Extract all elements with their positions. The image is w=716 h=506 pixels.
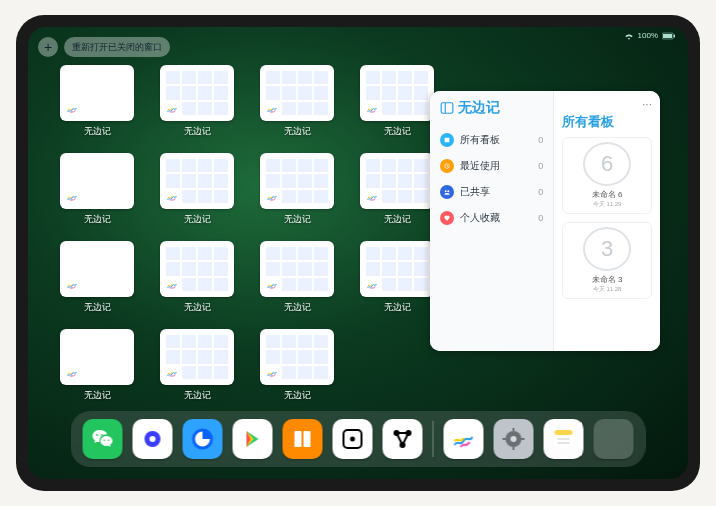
window-caption: 无边记: [284, 301, 311, 314]
ipad-frame: 100% + 重新打开已关闭的窗口 无边记无边记无边记无边记无边记无边记无边记无…: [16, 15, 700, 491]
window-caption: 无边记: [384, 301, 411, 314]
window-caption: 无边记: [284, 125, 311, 138]
category-count: 0: [538, 187, 543, 197]
window-tile[interactable]: 无边记: [256, 241, 338, 321]
freeform-app-icon: [64, 277, 80, 293]
window-thumb-blank: [60, 153, 134, 209]
window-tile[interactable]: 无边记: [256, 329, 338, 409]
freeform-panel: 无边记 所有看板0最近使用0已共享0个人收藏0 ··· 所有看板 6未命名 6今…: [430, 91, 660, 351]
svg-rect-1: [663, 34, 672, 38]
window-caption: 无边记: [84, 213, 111, 226]
category-label: 个人收藏: [460, 211, 500, 225]
reopen-closed-window-button[interactable]: 重新打开已关闭的窗口: [64, 37, 170, 57]
add-window-button[interactable]: +: [38, 37, 58, 57]
window-tile[interactable]: 无边记: [256, 65, 338, 145]
freeform-app-icon: [164, 365, 180, 381]
window-thumb-blank: [60, 65, 134, 121]
window-caption: 无边记: [84, 389, 111, 402]
window-thumb-calendar: [160, 153, 234, 209]
window-thumb-calendar: [160, 65, 234, 121]
category-icon: [440, 211, 454, 225]
dock-app-notes[interactable]: [544, 419, 584, 459]
window-tile[interactable]: 无边记: [56, 65, 138, 145]
freeform-app-icon: [64, 365, 80, 381]
window-tile[interactable]: 无边记: [56, 241, 138, 321]
sidebar-icon: [440, 101, 454, 115]
window-tile[interactable]: 无边记: [356, 153, 438, 233]
window-tile[interactable]: 无边记: [156, 241, 238, 321]
svg-rect-2: [674, 34, 676, 37]
freeform-app-icon: [364, 101, 380, 117]
board-sketch: 6: [583, 142, 631, 186]
dock-app-wechat[interactable]: [83, 419, 123, 459]
category-row[interactable]: 已共享0: [440, 179, 543, 205]
freeform-app-icon: [64, 189, 80, 205]
freeform-app-icon: [164, 189, 180, 205]
battery-label: 100%: [638, 31, 658, 40]
dock-recent-stack[interactable]: [594, 419, 634, 459]
svg-point-16: [350, 437, 355, 442]
svg-point-10: [150, 436, 156, 442]
window-thumb-calendar: [260, 329, 334, 385]
window-tile[interactable]: 无边记: [156, 153, 238, 233]
window-tile[interactable]: 无边记: [156, 65, 238, 145]
dock-app-books[interactable]: [283, 419, 323, 459]
freeform-app-icon: [64, 101, 80, 117]
window-tile[interactable]: 无边记: [56, 329, 138, 409]
window-tile[interactable]: 无边记: [56, 153, 138, 233]
dock: [71, 411, 646, 467]
window-thumb-calendar: [360, 241, 434, 297]
board-label: 未命名 6: [592, 189, 623, 200]
board-card[interactable]: 3未命名 3今天 11:28: [562, 222, 652, 299]
svg-rect-3: [441, 103, 453, 114]
dock-app-freeform[interactable]: [444, 419, 484, 459]
category-label: 最近使用: [460, 159, 500, 173]
wifi-icon: [624, 32, 634, 40]
window-tile[interactable]: 无边记: [156, 329, 238, 409]
freeform-app-icon: [364, 277, 380, 293]
freeform-app-icon: [164, 277, 180, 293]
dock-app-qqbrowser[interactable]: [183, 419, 223, 459]
category-row[interactable]: 所有看板0: [440, 127, 543, 153]
dock-app-quark[interactable]: [133, 419, 173, 459]
board-card[interactable]: 6未命名 6今天 11:29: [562, 137, 652, 214]
window-tile[interactable]: 无边记: [256, 153, 338, 233]
category-row[interactable]: 最近使用0: [440, 153, 543, 179]
freeform-app-icon: [264, 189, 280, 205]
dock-app-dice[interactable]: [333, 419, 373, 459]
window-thumb-blank: [60, 241, 134, 297]
dock-app-play[interactable]: [233, 419, 273, 459]
window-caption: 无边记: [184, 125, 211, 138]
svg-rect-13: [295, 431, 302, 447]
app-switcher-grid: 无边记无边记无边记无边记无边记无边记无边记无边记无边记无边记无边记无边记无边记无…: [56, 65, 446, 409]
window-caption: 无边记: [284, 213, 311, 226]
board-label: 未命名 3: [592, 274, 623, 285]
category-label: 所有看板: [460, 133, 500, 147]
category-row[interactable]: 个人收藏0: [440, 205, 543, 231]
window-caption: 无边记: [84, 125, 111, 138]
window-thumb-calendar: [160, 241, 234, 297]
freeform-app-icon: [164, 101, 180, 117]
freeform-app-icon: [264, 365, 280, 381]
window-tile[interactable]: 无边记: [356, 241, 438, 321]
category-label: 已共享: [460, 185, 490, 199]
category-count: 0: [538, 135, 543, 145]
more-button[interactable]: ···: [642, 97, 652, 111]
board-sketch: 3: [583, 227, 631, 271]
window-thumb-calendar: [260, 153, 334, 209]
dock-app-graph[interactable]: [383, 419, 423, 459]
freeform-sidebar-header: 无边记: [440, 99, 543, 117]
freeform-board-list: ··· 所有看板 6未命名 6今天 11:293未命名 3今天 11:28: [554, 91, 660, 351]
category-count: 0: [538, 161, 543, 171]
dock-app-settings[interactable]: [494, 419, 534, 459]
window-thumb-calendar: [360, 153, 434, 209]
freeform-sidebar: 无边记 所有看板0最近使用0已共享0个人收藏0: [430, 91, 554, 351]
window-caption: 无边记: [84, 301, 111, 314]
category-icon: [440, 185, 454, 199]
freeform-app-icon: [264, 101, 280, 117]
window-thumb-calendar: [260, 65, 334, 121]
window-tile[interactable]: 无边记: [356, 65, 438, 145]
window-caption: 无边记: [384, 125, 411, 138]
svg-point-21: [511, 436, 517, 442]
battery-icon: [662, 32, 676, 40]
